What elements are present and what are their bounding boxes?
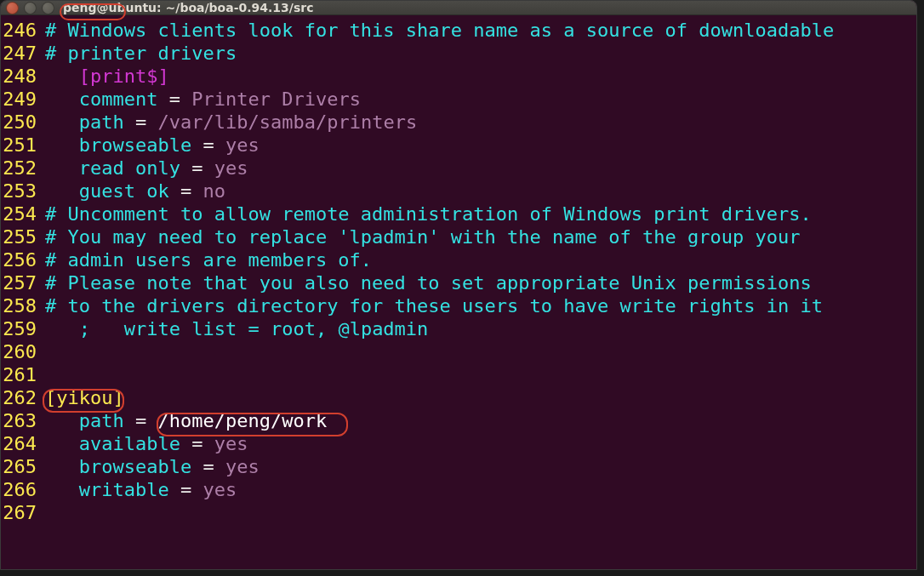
code-content: # printer drivers [45,42,237,65]
line-number: 252 [1,157,45,180]
line-number: 249 [1,88,45,111]
code-content: # You may need to replace 'lpadmin' with… [45,225,800,248]
code-line: 248 [print$] [1,65,916,88]
code-content: read only = yes [45,157,248,180]
line-number: 266 [1,478,45,501]
code-content: comment = Printer Drivers [45,88,361,111]
line-number: 247 [1,42,45,65]
code-content: available = yes [45,432,248,455]
code-line: 265 browseable = yes [1,455,916,478]
line-number: 250 [1,111,45,134]
line-number: 262 [1,386,45,409]
code-content: # to the drivers directory for these use… [45,294,823,317]
line-number: 257 [1,271,45,294]
code-content: browseable = yes [45,455,260,478]
terminal-window: peng@ubuntu: ~/boa/boa-0.94.13/src 246# … [0,0,917,570]
code-content: # Please note that you also need to set … [45,271,812,294]
code-content: ; write list = root, @lpadmin [45,317,428,340]
code-content: # admin users are members of. [45,248,372,271]
code-line: 257# Please note that you also need to s… [1,271,916,294]
line-number: 265 [1,455,45,478]
code-content: # Uncomment to allow remote administrati… [45,202,812,225]
line-number: 251 [1,134,45,157]
close-icon[interactable] [6,2,19,14]
code-line: 266 writable = yes [1,478,916,501]
line-number: 258 [1,294,45,317]
minimize-icon[interactable] [24,2,37,14]
code-line: 264 available = yes [1,432,916,455]
code-line: 260 [1,340,916,363]
code-line: 255# You may need to replace 'lpadmin' w… [1,225,916,248]
line-number: 263 [1,409,45,432]
code-line: 263 path = /home/peng/work [1,409,916,432]
code-content: guest ok = no [45,180,225,202]
code-line: 247# printer drivers [1,42,916,65]
code-line: 252 read only = yes [1,157,916,180]
line-number: 260 [1,340,45,363]
titlebar[interactable]: peng@ubuntu: ~/boa/boa-0.94.13/src [1,1,916,15]
code-line: 261 [1,363,916,386]
line-number: 259 [1,317,45,340]
code-content: browseable = yes [45,134,260,157]
line-number: 256 [1,248,45,271]
line-number: 253 [1,180,45,202]
line-number: 254 [1,202,45,225]
maximize-icon[interactable] [42,2,54,14]
code-content: [print$] [45,65,169,88]
line-number: 261 [1,363,45,386]
code-content: writable = yes [45,478,237,501]
code-content: path = /home/peng/work [45,409,327,432]
line-number: 248 [1,65,45,88]
code-line: 259 ; write list = root, @lpadmin [1,317,916,340]
code-line: 258# to the drivers directory for these … [1,294,916,317]
line-number: 267 [1,501,45,524]
code-line: 254# Uncomment to allow remote administr… [1,202,916,225]
code-line: 246# Windows clients look for this share… [1,19,916,42]
code-content: [yikou] [45,386,124,409]
line-number: 246 [1,19,45,42]
code-line: 253 guest ok = no [1,180,916,202]
code-line: 249 comment = Printer Drivers [1,88,916,111]
code-line: 250 path = /var/lib/samba/printers [1,111,916,134]
code-content: path = /var/lib/samba/printers [45,111,417,134]
line-number: 255 [1,225,45,248]
window-title: peng@ubuntu: ~/boa/boa-0.94.13/src [63,1,314,14]
code-content: # Windows clients look for this share na… [45,19,834,42]
line-number: 264 [1,432,45,455]
code-line: 262[yikou] [1,386,916,409]
code-line: 251 browseable = yes [1,134,916,157]
editor-area[interactable]: 246# Windows clients look for this share… [1,15,916,570]
code-line: 267 [1,501,916,524]
code-line: 256# admin users are members of. [1,248,916,271]
